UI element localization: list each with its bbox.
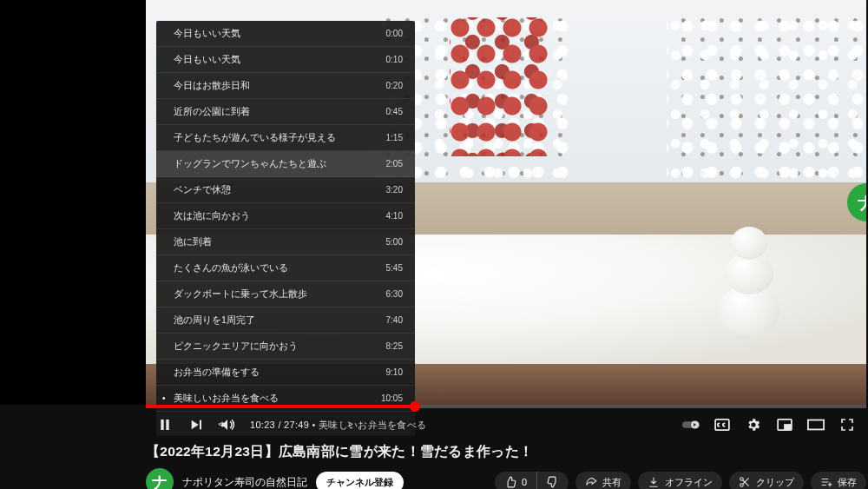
volume-button[interactable] [219, 416, 236, 433]
scene-red-foliage [450, 17, 554, 156]
chapter-item[interactable]: 池の周りを1周完了7:40 [156, 307, 415, 334]
chapter-item-time: 6:30 [386, 289, 403, 299]
action-buttons: 0 共有 オフライン クリップ [495, 472, 866, 490]
chapter-item-time: 0:00 [386, 29, 403, 38]
offline-label: オフライン [665, 476, 713, 489]
captions-button[interactable] [713, 416, 731, 433]
clip-label: クリップ [756, 476, 794, 489]
chapter-item-label: 今日もいい天気 [174, 54, 240, 66]
miniplayer-button[interactable] [776, 416, 793, 433]
time-separator: / [275, 420, 284, 430]
total-time: 27:49 [284, 420, 309, 430]
chapter-item-time: 1:15 [386, 133, 403, 142]
like-count: 0 [522, 477, 527, 487]
chapter-item-time: 8:25 [386, 341, 403, 351]
volume-icon [220, 417, 235, 433]
pause-icon [158, 418, 172, 432]
current-chapter-label[interactable]: 美味しいお弁当を食べる [319, 420, 426, 430]
chapter-item-label: ベンチで休憩 [174, 184, 231, 196]
chapter-item[interactable]: ベンチで休憩3:20 [156, 177, 415, 203]
channel-badge-initial: ナ [858, 191, 866, 215]
fullscreen-icon [840, 418, 854, 432]
video-meta-row: ナ ナポリタン寿司の自然日記 チャンネル登録 0 [146, 468, 866, 489]
svg-rect-8 [808, 420, 824, 430]
next-button[interactable] [187, 416, 205, 433]
chapter-item-label: たくさんの魚が泳いでいる [174, 262, 288, 274]
chapter-item[interactable]: ピクニックエリアに向かおう8:25 [156, 334, 415, 360]
channel-avatar[interactable]: ナ [146, 468, 174, 489]
chapter-item[interactable]: 今日はお散歩日和0:20 [156, 73, 415, 99]
share-button[interactable]: 共有 [575, 472, 631, 490]
chapter-item[interactable]: 子どもたちが遊んでいる様子が見える1:15 [156, 125, 415, 151]
chapter-item-label: ピクニックエリアに向かおう [174, 340, 298, 353]
chapter-item-time: 0:20 [386, 81, 403, 90]
captions-icon [714, 419, 730, 431]
chapter-item[interactable]: たくさんの魚が泳いでいる5:45 [156, 255, 415, 281]
subscribe-button[interactable]: チャンネル登録 [316, 472, 404, 490]
chapter-item-time: 10:05 [381, 393, 403, 403]
chapter-item-label: 池に到着 [174, 236, 212, 248]
pause-button[interactable] [156, 416, 174, 433]
video-pillarbox-left [0, 0, 146, 405]
chapter-item[interactable]: お弁当の準備をする9:10 [156, 360, 415, 386]
chapter-item-label: 今日もいい天気 [174, 28, 240, 40]
fullscreen-button[interactable] [838, 416, 856, 433]
offline-button[interactable]: オフライン [638, 472, 722, 490]
elapsed-time: 10:23 [250, 420, 275, 430]
autoplay-icon [682, 419, 700, 431]
channel-name[interactable]: ナポリタン寿司の自然日記 [182, 476, 307, 489]
theater-icon [807, 419, 825, 431]
chapter-item-time: 7:40 [386, 315, 403, 325]
clip-button[interactable]: クリップ [729, 472, 804, 490]
chapter-item-time: 3:20 [386, 185, 403, 195]
save-label: 保存 [838, 476, 857, 489]
svg-point-10 [740, 484, 744, 487]
like-dislike-group: 0 [495, 472, 569, 490]
chapter-item-time: 5:45 [386, 263, 403, 273]
scene-snowman [710, 215, 788, 336]
chapter-item[interactable]: 今日もいい天気0:10 [156, 47, 415, 73]
chapter-item[interactable]: 次は池に向かおう4:10 [156, 203, 415, 229]
chapter-item-time: 0:10 [386, 55, 403, 64]
dislike-button[interactable] [537, 472, 569, 490]
chapter-item[interactable]: ドッグランでワンちゃんたちと遊ぶ2:05 [156, 151, 415, 177]
chapter-item-label: 今日はお散歩日和 [174, 80, 250, 92]
chapter-item-label: お弁当の準備をする [174, 367, 260, 379]
progress-played [146, 405, 415, 408]
chapter-item-time: 0:45 [386, 107, 403, 116]
chapter-item-time: 9:10 [386, 367, 403, 377]
download-icon [648, 476, 660, 488]
chapter-item-label: 子どもたちが遊んでいる様子が見える [174, 132, 336, 144]
chapter-item[interactable]: ダックボートに乗って水上散歩6:30 [156, 281, 415, 307]
player-controls: 10:23 / 27:49 • 美味しいお弁当を食べる [146, 410, 866, 439]
settings-button[interactable] [745, 416, 762, 433]
next-icon [189, 418, 203, 432]
svg-rect-2 [200, 420, 201, 430]
chapter-item-label: 美味しいお弁当を食べる [174, 393, 279, 405]
progress-bar[interactable] [146, 405, 866, 408]
chapter-prefix: • [309, 420, 319, 430]
video-title: 【2022年12月23日】広島南部に雪が来た！雪だるま作った！ [146, 443, 866, 461]
time-display: 10:23 / 27:49 • 美味しいお弁当を食べる [250, 419, 426, 432]
scissors-icon [739, 476, 751, 488]
playlist-add-icon [820, 476, 832, 488]
chapter-menu: 今日もいい天気0:00今日もいい天気0:10今日はお散歩日和0:20近所の公園に… [156, 21, 415, 436]
chapter-list: 今日もいい天気0:00今日もいい天気0:10今日はお散歩日和0:20近所の公園に… [156, 21, 415, 412]
chapter-item-label: ドッグランでワンちゃんたちと遊ぶ [174, 158, 326, 170]
chapter-item[interactable]: 今日もいい天気0:00 [156, 21, 415, 47]
theater-button[interactable] [807, 416, 825, 433]
chapter-item-time: 2:05 [386, 159, 403, 169]
save-button[interactable]: 保存 [811, 472, 866, 490]
miniplayer-icon [777, 419, 792, 431]
chapter-item[interactable]: 近所の公園に到着0:45 [156, 99, 415, 125]
chapter-item-time: 4:10 [386, 211, 403, 221]
svg-rect-1 [166, 420, 168, 430]
autoplay-toggle[interactable] [682, 416, 700, 433]
thumbs-up-icon [504, 476, 516, 488]
video-meta-area: 【2022年12月23日】広島南部に雪が来た！雪だるま作った！ ナ ナポリタン寿… [146, 443, 866, 489]
like-button[interactable]: 0 [495, 472, 536, 490]
channel-avatar-initial: ナ [152, 472, 168, 489]
chapter-item[interactable]: 池に到着5:00 [156, 229, 415, 255]
gear-icon [746, 417, 761, 433]
share-label: 共有 [602, 476, 621, 489]
